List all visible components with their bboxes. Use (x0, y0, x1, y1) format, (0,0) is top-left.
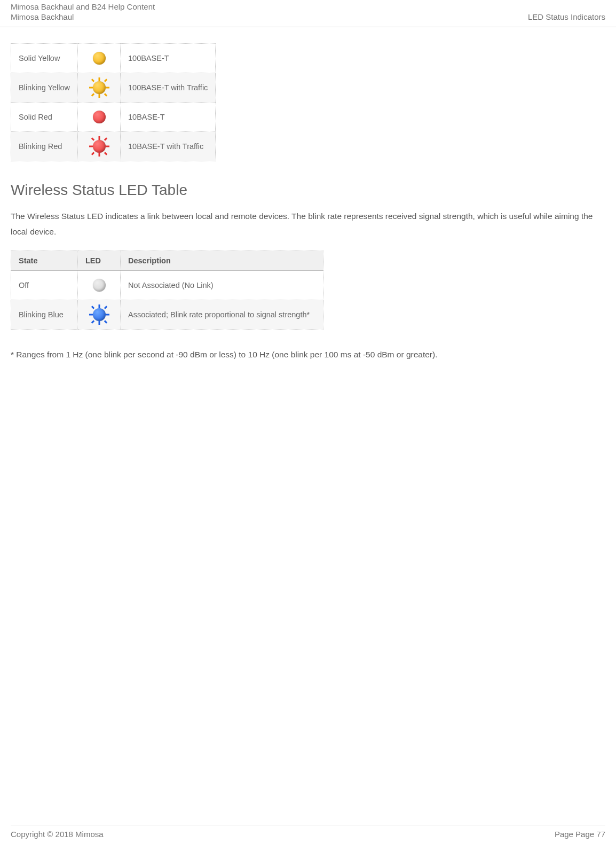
table-row: Blinking Blue Associated; Blink rat (11, 300, 323, 329)
ray-icon (98, 77, 100, 81)
state-cell: Solid Red (11, 103, 78, 132)
ray-icon (106, 146, 109, 147)
led-solid-red-icon (88, 106, 110, 128)
footer-page-number: Page Page 77 (555, 830, 605, 839)
page-content: Solid Yellow 100BASE-T Blinking Yellow (0, 27, 616, 360)
ethernet-led-table: Solid Yellow 100BASE-T Blinking Yellow (11, 43, 216, 161)
table-header-row: State LED Description (11, 251, 323, 270)
table-row: Blinking Yellow 100BASE-T with Traf (11, 73, 216, 103)
desc-cell: Associated; Blink rate proportional to s… (121, 300, 323, 329)
ray-icon (104, 79, 107, 82)
ray-icon (91, 306, 94, 309)
desc-cell: 10BASE-T (121, 103, 216, 132)
led-dot (93, 279, 106, 292)
header-right: LED Status Indicators (528, 12, 605, 21)
led-dot (93, 140, 106, 153)
header-left: Mimosa Backhaul and B24 Help Content Mim… (11, 2, 155, 21)
ray-icon (98, 94, 100, 98)
led-cell (78, 270, 121, 300)
led-cell (78, 300, 121, 329)
ray-icon (91, 93, 94, 96)
wireless-section-paragraph: The Wireless Status LED indicates a link… (11, 208, 605, 240)
led-dot (93, 308, 106, 321)
led-cell (78, 132, 121, 161)
footer-copyright: Copyright © 2018 Mimosa (11, 830, 104, 839)
header-state: State (11, 251, 78, 270)
ray-icon (91, 152, 94, 155)
state-cell: Blinking Yellow (11, 73, 78, 103)
wireless-led-table: State LED Description Off Not Associated… (11, 251, 323, 330)
table-row: Solid Red 10BASE-T (11, 103, 216, 132)
header-title-line2: Mimosa Backhaul (11, 12, 155, 21)
state-cell: Blinking Blue (11, 300, 78, 329)
ray-icon (89, 146, 93, 147)
table-row: Off Not Associated (No Link) (11, 270, 323, 300)
table-row: Solid Yellow 100BASE-T (11, 44, 216, 73)
led-dot (93, 52, 106, 65)
table-row: Blinking Red 10BASE-T with Traffic (11, 132, 216, 161)
led-cell (78, 44, 121, 73)
header-led: LED (78, 251, 121, 270)
led-blinking-yellow-icon (88, 76, 110, 99)
desc-cell: 10BASE-T with Traffic (121, 132, 216, 161)
wireless-section-title: Wireless Status LED Table (11, 182, 605, 199)
header-title-line1: Mimosa Backhaul and B24 Help Content (11, 2, 155, 11)
ray-icon (104, 93, 107, 96)
header-desc: Description (121, 251, 323, 270)
state-cell: Blinking Red (11, 132, 78, 161)
led-blinking-red-icon (88, 135, 110, 158)
state-cell: Solid Yellow (11, 44, 78, 73)
led-dot (93, 81, 106, 94)
led-cell (78, 103, 121, 132)
ray-icon (98, 136, 100, 140)
wireless-footnote: * Ranges from 1 Hz (one blink per second… (11, 350, 605, 360)
ray-icon (98, 153, 100, 157)
ray-icon (98, 321, 100, 325)
ray-icon (89, 314, 93, 315)
ray-icon (98, 304, 100, 308)
led-solid-yellow-icon (88, 47, 110, 69)
desc-cell: 100BASE-T with Traffic (121, 73, 216, 103)
desc-cell: Not Associated (No Link) (121, 270, 323, 300)
ray-icon (91, 79, 94, 82)
ray-icon (104, 137, 107, 140)
ray-icon (106, 87, 109, 89)
desc-cell: 100BASE-T (121, 44, 216, 73)
led-dot (93, 111, 106, 123)
page-header: Mimosa Backhaul and B24 Help Content Mim… (0, 0, 616, 27)
led-blinking-blue-icon (88, 303, 110, 326)
ray-icon (91, 137, 94, 140)
page-footer: Copyright © 2018 Mimosa Page Page 77 (11, 825, 605, 839)
ray-icon (89, 87, 93, 89)
ray-icon (106, 314, 109, 315)
ray-icon (104, 152, 107, 155)
ray-icon (91, 320, 94, 323)
led-off-gray-icon (88, 274, 110, 296)
ray-icon (104, 306, 107, 309)
state-cell: Off (11, 270, 78, 300)
ray-icon (104, 320, 107, 323)
led-cell (78, 73, 121, 103)
